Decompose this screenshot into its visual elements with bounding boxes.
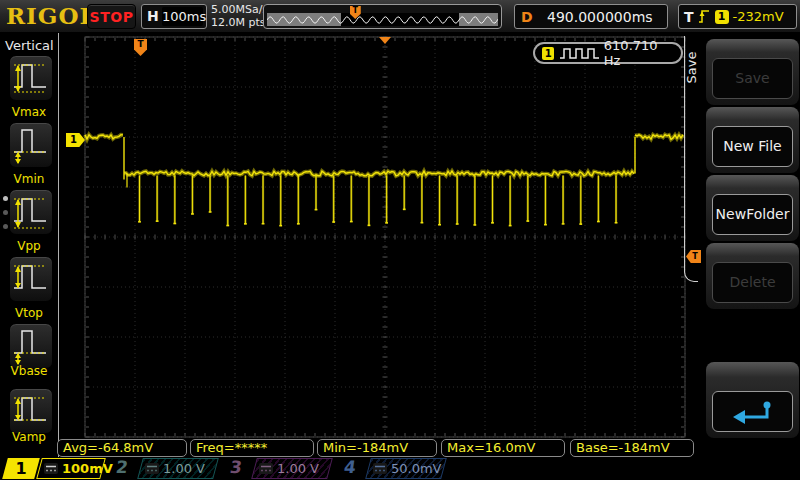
channel-2-number: 2: [115, 457, 130, 477]
measure-item-vtop[interactable]: [9, 256, 53, 302]
channel-status-bar: 1 100mV 2 1.00 V 3: [0, 457, 800, 480]
horizontal-timebase-box[interactable]: H 100ms: [141, 4, 207, 29]
softkey-slot-2: New File: [706, 107, 799, 173]
measurement-base: Base=-184mV: [570, 439, 694, 457]
softkey-slot-3: NewFolder: [706, 175, 799, 241]
measure-label-vamp: Vamp: [0, 430, 58, 444]
measure-label-vmax: Vmax: [0, 105, 58, 119]
back-button[interactable]: [712, 391, 793, 432]
sample-rate: 5.00MSa/s: [211, 3, 268, 16]
h-label: H: [147, 8, 159, 24]
measurement-freq: Freq=*****: [190, 439, 314, 457]
measurement-max: Max=16.0mV: [441, 439, 565, 457]
coupling-dc-icon: [373, 463, 387, 474]
delay-label: D: [521, 9, 533, 25]
measure-item-vpp[interactable]: [9, 189, 53, 235]
acquisition-info: 5.00MSa/s 12.0M pts: [211, 3, 268, 29]
measure-label-vpp: Vpp: [0, 239, 58, 253]
vtop-icon: [10, 257, 52, 301]
coupling-dc-icon: [44, 463, 58, 474]
softkey-slot-back: [706, 362, 799, 438]
measurement-avg: Avg=-64.8mV: [57, 439, 187, 457]
new-file-button[interactable]: New File: [712, 126, 793, 167]
trigger-level-value: -232mV: [733, 9, 784, 24]
coupling-dc-icon: [145, 463, 159, 474]
memory-depth: 12.0M pts: [211, 16, 268, 29]
rigol-logo: RIGOL: [6, 2, 97, 29]
return-arrow-icon: [731, 399, 775, 425]
menu-page-dot-2: [3, 210, 8, 215]
save-button[interactable]: Save: [712, 58, 793, 99]
timebase-value: 100ms: [162, 7, 203, 26]
channel-4-scale: 50.0mV: [365, 458, 447, 479]
rising-edge-icon: [698, 8, 711, 25]
top-status-bar: RIGOL STOP H 100ms 5.00MSa/s 12.0M pts T…: [0, 0, 800, 33]
menu-page-dot-1: [3, 196, 8, 201]
channel-3-number: 3: [229, 457, 244, 477]
menu-page-dot-3: [3, 224, 8, 229]
waveform-display: [0, 0, 800, 480]
freq-value: 610.710 Hz: [604, 38, 674, 68]
coupling-dc-icon: [259, 463, 273, 474]
run-state-badge: STOP: [87, 4, 136, 29]
trigger-position-icon[interactable]: [379, 37, 391, 44]
measure-label-vmin: Vmin: [0, 172, 58, 186]
channel-1-scale: 100mV: [36, 458, 106, 479]
measure-menu-title: Vertical: [5, 38, 54, 53]
left-menu-separator: [58, 33, 59, 457]
vbase-icon: [10, 324, 52, 368]
softkey-slot-1: Save: [706, 39, 799, 105]
vmin-icon: [10, 123, 52, 167]
delete-button[interactable]: Delete: [712, 262, 793, 303]
measure-label-vbase: Vbase: [0, 364, 58, 378]
measure-item-vmax[interactable]: [9, 55, 53, 101]
trigger-source-badge: 1: [715, 10, 729, 24]
trigger-label: T: [684, 9, 694, 25]
vamp-icon: [10, 389, 52, 433]
frequency-counter: 1 610.710 Hz: [533, 42, 683, 64]
channel-3-scale: 1.00 V: [251, 458, 333, 479]
vpp-icon: [10, 190, 52, 234]
measurement-min: Min=-184mV: [317, 439, 437, 457]
softkey-slot-4: Delete: [706, 243, 799, 309]
measure-item-vmin[interactable]: [9, 122, 53, 168]
freq-source-badge: 1: [542, 47, 554, 60]
delay-value: 490.000000ms: [533, 9, 667, 25]
measure-item-vamp[interactable]: [9, 388, 53, 434]
channel-2-scale: 1.00 V: [137, 458, 219, 479]
new-folder-button[interactable]: NewFolder: [712, 194, 793, 235]
memory-strip: T: [267, 13, 498, 26]
channel-4-number: 4: [343, 457, 358, 477]
measure-menu: Vertical Vmax Vmin Vpp: [0, 33, 58, 457]
measure-label-vtop: Vtop: [0, 306, 58, 320]
memory-position-bar[interactable]: T: [263, 4, 502, 29]
square-wave-icon: [559, 46, 599, 61]
delay-readout-box: D 490.000000ms: [514, 4, 668, 29]
channel-1-number: 1: [2, 458, 40, 479]
trigger-readout-box[interactable]: T 1 -232mV: [678, 4, 797, 29]
vmax-icon: [10, 56, 52, 100]
save-menu-tab: Save: [684, 38, 699, 98]
measure-item-vbase[interactable]: [9, 323, 53, 369]
memory-waveform-icon: [267, 13, 498, 26]
